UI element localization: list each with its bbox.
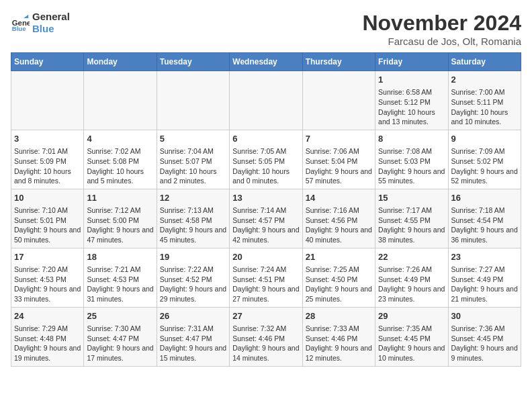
logo-icon: General Blue bbox=[11, 13, 30, 32]
day-info: Sunrise: 7:13 AM Sunset: 4:58 PM Dayligh… bbox=[160, 205, 226, 245]
calendar-cell: 9Sunrise: 7:09 AM Sunset: 5:02 PM Daylig… bbox=[448, 130, 521, 189]
day-number: 15 bbox=[378, 192, 445, 204]
calendar-row: 17Sunrise: 7:20 AM Sunset: 4:53 PM Dayli… bbox=[11, 248, 521, 307]
header-cell-tuesday: Tuesday bbox=[157, 53, 229, 71]
day-info: Sunrise: 7:29 AM Sunset: 4:48 PM Dayligh… bbox=[14, 324, 81, 363]
day-info: Sunrise: 7:10 AM Sunset: 5:01 PM Dayligh… bbox=[14, 205, 81, 245]
calendar-cell bbox=[11, 71, 84, 130]
title-area: November 2024 Farcasu de Jos, Olt, Roman… bbox=[362, 11, 521, 47]
day-info: Sunrise: 7:00 AM Sunset: 5:11 PM Dayligh… bbox=[451, 87, 518, 127]
calendar-cell: 24Sunrise: 7:29 AM Sunset: 4:48 PM Dayli… bbox=[11, 307, 84, 366]
day-info: Sunrise: 7:25 AM Sunset: 4:50 PM Dayligh… bbox=[306, 265, 372, 304]
header-cell-monday: Monday bbox=[84, 53, 157, 71]
day-info: Sunrise: 7:22 AM Sunset: 4:52 PM Dayligh… bbox=[160, 265, 226, 304]
calendar-row: 1Sunrise: 6:58 AM Sunset: 5:12 PM Daylig… bbox=[11, 71, 521, 130]
day-number: 28 bbox=[306, 310, 372, 322]
header-cell-wednesday: Wednesday bbox=[230, 53, 302, 71]
day-number: 14 bbox=[306, 192, 372, 204]
day-info: Sunrise: 7:05 AM Sunset: 5:05 PM Dayligh… bbox=[232, 146, 299, 186]
calendar-cell: 20Sunrise: 7:24 AM Sunset: 4:51 PM Dayli… bbox=[230, 248, 302, 307]
calendar-cell: 8Sunrise: 7:08 AM Sunset: 5:03 PM Daylig… bbox=[375, 130, 448, 189]
day-number: 6 bbox=[232, 133, 299, 145]
calendar-cell: 11Sunrise: 7:12 AM Sunset: 5:00 PM Dayli… bbox=[84, 189, 157, 248]
day-info: Sunrise: 7:06 AM Sunset: 5:04 PM Dayligh… bbox=[306, 146, 372, 186]
day-number: 12 bbox=[160, 192, 226, 204]
day-info: Sunrise: 7:30 AM Sunset: 4:47 PM Dayligh… bbox=[87, 324, 153, 363]
header-cell-sunday: Sunday bbox=[11, 53, 84, 71]
calendar-cell: 14Sunrise: 7:16 AM Sunset: 4:56 PM Dayli… bbox=[302, 189, 375, 248]
header-area: General Blue General Blue November 2024 … bbox=[11, 11, 521, 47]
day-number: 5 bbox=[160, 133, 226, 145]
day-info: Sunrise: 6:58 AM Sunset: 5:12 PM Dayligh… bbox=[378, 87, 445, 127]
calendar-cell: 22Sunrise: 7:26 AM Sunset: 4:49 PM Dayli… bbox=[375, 248, 448, 307]
calendar-cell: 1Sunrise: 6:58 AM Sunset: 5:12 PM Daylig… bbox=[375, 71, 448, 130]
day-info: Sunrise: 7:32 AM Sunset: 4:46 PM Dayligh… bbox=[232, 324, 299, 363]
calendar-cell: 12Sunrise: 7:13 AM Sunset: 4:58 PM Dayli… bbox=[157, 189, 229, 248]
header-cell-saturday: Saturday bbox=[448, 53, 521, 71]
header-cell-friday: Friday bbox=[375, 53, 448, 71]
day-number: 22 bbox=[378, 251, 445, 263]
calendar-cell: 7Sunrise: 7:06 AM Sunset: 5:04 PM Daylig… bbox=[302, 130, 375, 189]
day-info: Sunrise: 7:17 AM Sunset: 4:55 PM Dayligh… bbox=[378, 205, 445, 245]
day-number: 29 bbox=[378, 310, 445, 322]
calendar-cell bbox=[84, 71, 157, 130]
day-number: 30 bbox=[451, 310, 518, 322]
calendar-cell: 2Sunrise: 7:00 AM Sunset: 5:11 PM Daylig… bbox=[448, 71, 521, 130]
day-info: Sunrise: 7:08 AM Sunset: 5:03 PM Dayligh… bbox=[378, 146, 445, 186]
calendar-cell: 16Sunrise: 7:18 AM Sunset: 4:54 PM Dayli… bbox=[448, 189, 521, 248]
calendar-cell: 6Sunrise: 7:05 AM Sunset: 5:05 PM Daylig… bbox=[230, 130, 302, 189]
subtitle: Farcasu de Jos, Olt, Romania bbox=[362, 36, 521, 47]
day-number: 21 bbox=[306, 251, 372, 263]
calendar-cell: 19Sunrise: 7:22 AM Sunset: 4:52 PM Dayli… bbox=[157, 248, 229, 307]
day-number: 27 bbox=[232, 310, 299, 322]
day-info: Sunrise: 7:27 AM Sunset: 4:49 PM Dayligh… bbox=[451, 265, 518, 304]
day-info: Sunrise: 7:02 AM Sunset: 5:08 PM Dayligh… bbox=[87, 146, 153, 186]
calendar-table: SundayMondayTuesdayWednesdayThursdayFrid… bbox=[11, 52, 521, 367]
day-number: 2 bbox=[451, 74, 518, 86]
day-number: 20 bbox=[232, 251, 299, 263]
logo: General Blue General Blue bbox=[11, 11, 70, 35]
day-number: 24 bbox=[14, 310, 81, 322]
day-info: Sunrise: 7:20 AM Sunset: 4:53 PM Dayligh… bbox=[14, 265, 81, 304]
calendar-cell: 26Sunrise: 7:31 AM Sunset: 4:47 PM Dayli… bbox=[157, 307, 229, 366]
day-number: 19 bbox=[160, 251, 226, 263]
day-info: Sunrise: 7:12 AM Sunset: 5:00 PM Dayligh… bbox=[87, 205, 153, 245]
day-info: Sunrise: 7:09 AM Sunset: 5:02 PM Dayligh… bbox=[451, 146, 518, 186]
day-info: Sunrise: 7:16 AM Sunset: 4:56 PM Dayligh… bbox=[306, 205, 372, 245]
day-number: 10 bbox=[14, 192, 81, 204]
day-info: Sunrise: 7:36 AM Sunset: 4:45 PM Dayligh… bbox=[451, 324, 518, 363]
day-info: Sunrise: 7:24 AM Sunset: 4:51 PM Dayligh… bbox=[232, 265, 299, 304]
day-info: Sunrise: 7:35 AM Sunset: 4:45 PM Dayligh… bbox=[378, 324, 445, 363]
day-info: Sunrise: 7:26 AM Sunset: 4:49 PM Dayligh… bbox=[378, 265, 445, 304]
day-info: Sunrise: 7:04 AM Sunset: 5:07 PM Dayligh… bbox=[160, 146, 226, 186]
header-row: SundayMondayTuesdayWednesdayThursdayFrid… bbox=[11, 53, 521, 71]
svg-marker-2 bbox=[24, 15, 28, 18]
calendar-cell: 28Sunrise: 7:33 AM Sunset: 4:46 PM Dayli… bbox=[302, 307, 375, 366]
day-number: 4 bbox=[87, 133, 153, 145]
calendar-cell: 21Sunrise: 7:25 AM Sunset: 4:50 PM Dayli… bbox=[302, 248, 375, 307]
day-number: 23 bbox=[451, 251, 518, 263]
header-cell-thursday: Thursday bbox=[302, 53, 375, 71]
day-info: Sunrise: 7:18 AM Sunset: 4:54 PM Dayligh… bbox=[451, 205, 518, 245]
calendar-cell: 27Sunrise: 7:32 AM Sunset: 4:46 PM Dayli… bbox=[230, 307, 302, 366]
day-info: Sunrise: 7:14 AM Sunset: 4:57 PM Dayligh… bbox=[232, 205, 299, 245]
calendar-cell: 17Sunrise: 7:20 AM Sunset: 4:53 PM Dayli… bbox=[11, 248, 84, 307]
calendar-cell: 18Sunrise: 7:21 AM Sunset: 4:53 PM Dayli… bbox=[84, 248, 157, 307]
day-number: 18 bbox=[87, 251, 153, 263]
day-number: 13 bbox=[232, 192, 299, 204]
svg-text:Blue: Blue bbox=[12, 25, 26, 32]
calendar-cell: 23Sunrise: 7:27 AM Sunset: 4:49 PM Dayli… bbox=[448, 248, 521, 307]
calendar-cell bbox=[230, 71, 302, 130]
calendar-row: 24Sunrise: 7:29 AM Sunset: 4:48 PM Dayli… bbox=[11, 307, 521, 366]
main-title: November 2024 bbox=[362, 11, 521, 36]
day-number: 3 bbox=[14, 133, 81, 145]
calendar-row: 10Sunrise: 7:10 AM Sunset: 5:01 PM Dayli… bbox=[11, 189, 521, 248]
day-number: 16 bbox=[451, 192, 518, 204]
calendar-cell: 4Sunrise: 7:02 AM Sunset: 5:08 PM Daylig… bbox=[84, 130, 157, 189]
calendar-cell: 25Sunrise: 7:30 AM Sunset: 4:47 PM Dayli… bbox=[84, 307, 157, 366]
day-number: 11 bbox=[87, 192, 153, 204]
calendar-cell: 13Sunrise: 7:14 AM Sunset: 4:57 PM Dayli… bbox=[230, 189, 302, 248]
day-info: Sunrise: 7:31 AM Sunset: 4:47 PM Dayligh… bbox=[160, 324, 226, 363]
calendar-cell: 3Sunrise: 7:01 AM Sunset: 5:09 PM Daylig… bbox=[11, 130, 84, 189]
day-number: 26 bbox=[160, 310, 226, 322]
